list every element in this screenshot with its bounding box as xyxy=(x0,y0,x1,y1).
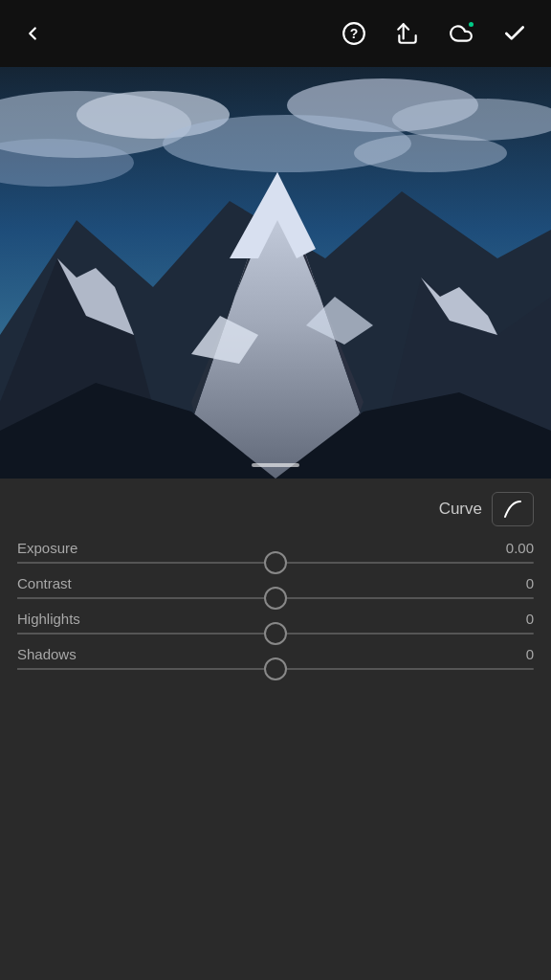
highlights-label: Highlights xyxy=(17,611,80,627)
contrast-thumb[interactable] xyxy=(264,587,287,610)
cloud-sync-indicator xyxy=(467,20,475,29)
curve-row: Curve xyxy=(0,479,551,534)
highlights-slider-group: Highlights 0 xyxy=(17,611,534,635)
highlights-thumb[interactable] xyxy=(264,622,287,645)
edit-panel: Curve Exposure 0.00 Contrast 0 xyxy=(0,479,551,980)
highlights-track[interactable] xyxy=(17,633,534,635)
svg-text:?: ? xyxy=(350,26,359,41)
svg-point-8 xyxy=(354,134,507,172)
cloud-sync-button[interactable] xyxy=(444,16,478,51)
exposure-slider-group: Exposure 0.00 xyxy=(17,540,534,564)
shadows-slider-group: Shadows 0 xyxy=(17,646,534,670)
curve-button[interactable] xyxy=(492,492,534,526)
contrast-value: 0 xyxy=(526,575,534,591)
confirm-button[interactable] xyxy=(497,16,532,51)
top-bar: ? xyxy=(0,0,551,67)
shadows-value: 0 xyxy=(526,646,534,662)
back-button[interactable] xyxy=(19,20,46,47)
highlights-value: 0 xyxy=(526,611,534,627)
photo-preview xyxy=(0,67,551,479)
exposure-track[interactable] xyxy=(17,562,534,564)
shadows-track[interactable] xyxy=(17,668,534,670)
exposure-value: 0.00 xyxy=(506,540,534,556)
shadows-label: Shadows xyxy=(17,646,77,662)
scroll-indicator xyxy=(252,463,299,467)
sliders-area: Exposure 0.00 Contrast 0 Highlights 0 xyxy=(0,534,551,980)
contrast-slider-group: Contrast 0 xyxy=(17,575,534,599)
share-button[interactable] xyxy=(390,16,425,51)
contrast-track[interactable] xyxy=(17,597,534,599)
exposure-thumb[interactable] xyxy=(264,551,287,574)
exposure-label: Exposure xyxy=(17,540,77,556)
curve-label: Curve xyxy=(439,500,482,519)
help-button[interactable]: ? xyxy=(337,16,371,51)
contrast-label: Contrast xyxy=(17,575,72,591)
shadows-thumb[interactable] xyxy=(264,657,287,680)
